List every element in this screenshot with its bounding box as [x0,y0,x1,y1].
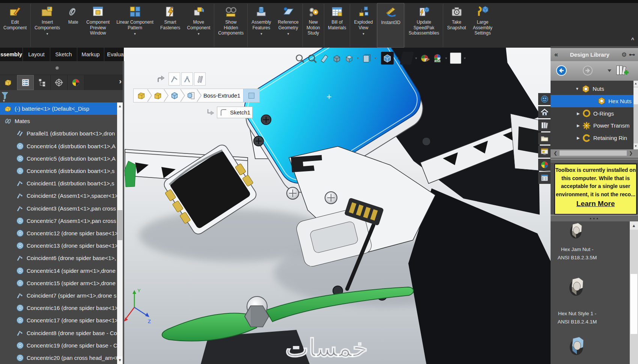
breadcrumb-feature-label[interactable]: Boss-Extrude1 [202,92,243,99]
edit-appearance-icon[interactable] [420,53,430,63]
appearance-tile[interactable] [400,52,414,65]
zoom-area-icon[interactable] [307,53,317,63]
tab-sketch[interactable]: Sketch [50,48,77,61]
dropdown-caret-icon[interactable]: ▼ [134,32,137,37]
nut-blue-thumbnail[interactable] [569,334,585,357]
dropdown-caret-icon[interactable]: ▼ [415,57,418,60]
feature-tree-item[interactable]: Concentric5 (distrbution boart<1>,A [0,152,117,165]
learn-more-link[interactable]: Learn More [576,200,615,208]
hide-show-icon[interactable] [362,53,372,63]
toolbar-button-instant3d[interactable]: Instant3D [377,3,404,48]
tab-ssembly[interactable]: ssembly [0,48,23,61]
toolbar-button-take[interactable]: Take Snapshot [444,3,469,48]
toolbar-button-smart[interactable]: Smart Fasteners [157,3,184,48]
task-pane-tab-file-explorer-icon[interactable] [538,132,551,144]
task-pane-tab-appearances-icon[interactable] [538,159,551,171]
scrollbar-thumb[interactable] [630,274,637,334]
breadcrumb-sketch-cell[interactable]: Sketch1 [217,107,253,118]
collapse-caret-icon[interactable]: ▶ [577,111,580,116]
breadcrumb-cell[interactable] [169,91,180,101]
feature-tree-item[interactable]: Concentric15 (spider arm<1>,drone [0,277,117,289]
feature-manager-tab-hierarchy-icon[interactable] [34,75,51,90]
parallel-planes-icon-box[interactable] [194,72,206,86]
breadcrumb-cell[interactable] [152,91,164,101]
dropdown-caret-icon[interactable]: ▼ [197,32,200,37]
pin-icon[interactable]: ⊷ [629,51,635,58]
feature-tree-item[interactable]: Concentric20 (pan cross head_am<6 [0,352,117,364]
tab-markup[interactable]: Markup [77,48,104,61]
collapse-caret-icon[interactable]: ▶ [577,136,580,140]
toolbar-button-component[interactable]: Component Preview Window [83,3,113,48]
task-pane-tab-home-icon[interactable] [538,106,551,118]
toolbar-button-new[interactable]: New Motion Study [303,3,324,48]
apply-scene-icon[interactable] [432,53,442,63]
dropdown-caret-icon[interactable]: ▼ [362,32,365,37]
library-tree-item-hex-nuts[interactable]: Hex Nuts [551,95,633,107]
nut-silver-flat-thumbnail[interactable] [569,221,583,240]
library-item-name[interactable]: Hex Nut Style 1 -ANSI B18.2.4.1M [551,310,603,326]
feature-tree-item[interactable]: Concentric19 (drone spider base - C [0,339,117,352]
scroll-down-icon[interactable]: ▼ [117,356,123,364]
toolbar-button-large[interactable]: Large Assembly Settings [469,3,496,48]
panel-expand-arrow[interactable]: › [119,77,122,86]
selection-breadcrumb[interactable]: Boss-Extrude1 [133,89,260,102]
panel-splitter-bar[interactable] [551,157,638,163]
breadcrumb-active-cell[interactable] [243,89,259,102]
feature-tree-item[interactable]: Coincident7 (spider arm<1>,drone s [0,289,117,302]
feature-tree-item[interactable]: Concentric4 (distrbution boart<1>,A [0,140,117,152]
library-tree-item-retaining-rin[interactable]: ▶Retaining Rin [551,132,633,144]
task-pane-tab-design-library-icon[interactable] [538,119,551,131]
toolbar-button-insert[interactable]: Insert Components▼ [31,3,63,48]
feature-manager-tab-part-icon[interactable] [0,75,17,90]
feature-tree-item[interactable]: Concentric6 (distrbution boart<1>,s [0,165,117,177]
task-pane-tab-view-palette-icon[interactable] [538,146,551,158]
feature-tree-item[interactable]: Coincident8 (drone spider base - Co [0,327,117,339]
toolbar-button-reference[interactable]: Reference Geometry▼ [274,3,302,48]
nut-silver-thumbnail[interactable] [569,274,584,299]
feature-tree-item[interactable]: Concentric14 (spider arm<1>,drone [0,265,117,277]
library-tree-item-o-rings[interactable]: ▶O-Rings [551,107,633,120]
dropdown-caret-icon[interactable]: ▼ [357,57,360,60]
scroll-up-icon[interactable]: ▲ [633,81,638,87]
dropdown-caret-icon[interactable]: ▼ [374,57,377,60]
view-cube-tile[interactable] [381,52,394,65]
dropdown-caret-icon[interactable]: ▼ [46,32,49,37]
scroll-up-icon[interactable]: ▲ [117,102,123,110]
feature-tree-item[interactable]: Concentric16 (drone spider base<1> [0,302,117,314]
feature-manager-tab-list-icon[interactable] [17,75,34,90]
display-style-icon[interactable] [344,53,354,63]
scrollbar-thumb[interactable] [633,87,638,104]
feature-tree-item[interactable]: Concentric17 (drone spider base<1> [0,314,117,326]
dropdown-caret-icon[interactable]: ▼ [445,57,448,60]
breadcrumb-cell[interactable] [136,91,147,101]
toolbar-button-move[interactable]: Move Component▼ [184,3,214,48]
splitter-dot[interactable] [56,66,59,70]
collapse-panel-icon[interactable]: « [554,51,558,59]
breadcrumb-cell[interactable] [185,91,197,101]
toolbar-button-edit[interactable]: Edit Component [0,3,30,48]
section-view-icon[interactable] [319,53,330,63]
feature-tree-item[interactable]: Concentric13 (drone spider base<1> [0,239,117,252]
toolbar-button-bill-of[interactable]: Bill of Materials [325,3,350,48]
library-item-name[interactable]: Hex Jam Nut -ANSI B18.2.3.5M [551,245,603,262]
mate-icon-box[interactable] [181,72,193,86]
view-settings-tile[interactable] [450,53,461,64]
expand-caret-icon[interactable]: ▼ [575,87,579,91]
feature-tree-item[interactable]: Mates [0,115,117,127]
scroll-right-icon[interactable]: ❯ [629,150,633,156]
library-items-scrollbar[interactable]: ▲ [630,221,638,364]
library-tree-item-nuts[interactable]: ▼Nuts [551,83,633,95]
panel-splitter[interactable] [123,61,124,364]
dropdown-caret-icon[interactable]: ▼ [396,57,399,60]
mate-icon-box[interactable] [169,72,180,86]
scrollbar-thumb[interactable] [117,210,122,240]
dropdown-caret-icon[interactable]: ▼ [287,32,290,37]
task-pane-tab-custom-properties-icon[interactable] [538,172,551,184]
library-nav-icons[interactable] [551,61,638,81]
feature-tree-item[interactable]: Parallel1 (distrbution boart<1>,dron [0,127,117,140]
scroll-left-icon[interactable]: ❮ [554,150,557,156]
toolbar-button-assembly[interactable]: Assembly Features▼ [248,3,274,48]
heads-up-view-toolbar[interactable]: ▼▼ ▼ ▼ ▼ ▼ [295,51,466,66]
feature-manager-tab-appearance-icon[interactable] [68,75,84,90]
toolbar-button-show[interactable]: Show Hidden Components [215,3,247,48]
